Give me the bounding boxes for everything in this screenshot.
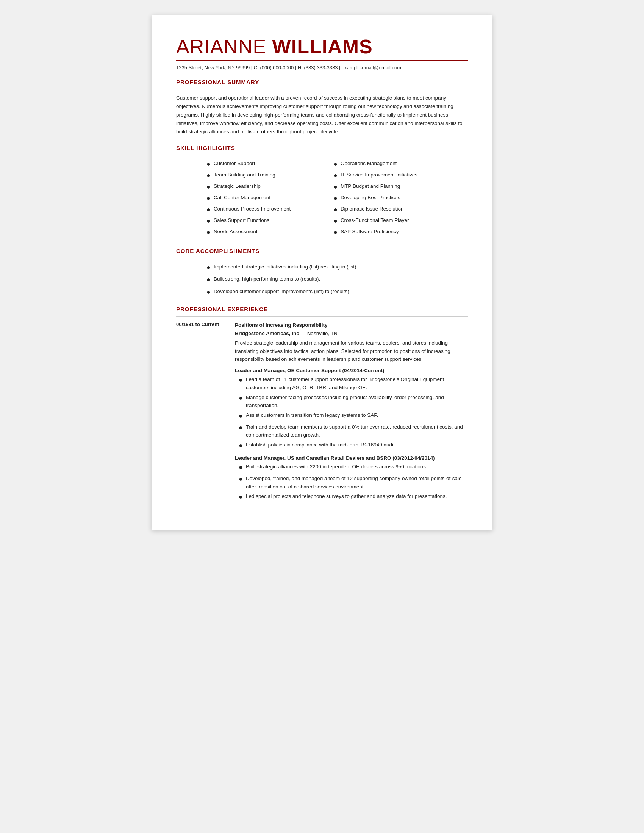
bullet-icon: ●	[239, 392, 243, 404]
sub-role-text: Train and develop team members to suppor…	[246, 423, 468, 439]
sub-role-text: Led special projects and telephone surve…	[246, 492, 447, 500]
professional-experience-title: PROFESSIONAL EXPERIENCE	[176, 306, 468, 312]
experience-entry: 06/1991 to CurrentPositions of Increasin…	[176, 321, 468, 504]
sub-role-text: Developed, trained, and managed a team o…	[246, 474, 468, 491]
last-name: WILLIAMS	[272, 35, 373, 58]
sub-role-item: ●Train and develop team members to suppo…	[239, 423, 468, 439]
bullet-icon: ●	[333, 182, 338, 192]
skill-label: Continuous Process Improvement	[214, 205, 291, 213]
skill-item: ●Call Center Management	[206, 194, 333, 203]
skill-item: ●Continuous Process Improvement	[206, 205, 333, 215]
skills-grid: ●Customer Support●Team Building and Trai…	[206, 160, 460, 239]
skill-item: ●Team Building and Training	[206, 171, 333, 181]
skill-label: Sales Support Functions	[214, 217, 269, 224]
bullet-icon: ●	[206, 274, 211, 285]
professional-summary-title: PROFESSIONAL SUMMARY	[176, 79, 468, 85]
sub-role-list: ●Built strategic alliances with 2200 ind…	[239, 463, 468, 502]
sub-role-list: ●Lead a team of 11 customer support prof…	[239, 375, 468, 450]
accomplishment-text: Built strong, high-performing teams to (…	[214, 275, 320, 283]
accomplishment-text: Implemented strategic initiatives includ…	[214, 263, 357, 271]
bullet-icon: ●	[206, 193, 211, 203]
job-date: 06/1991 to Current	[176, 321, 235, 504]
skill-item: ●Customer Support	[206, 160, 333, 169]
bullet-icon: ●	[206, 182, 211, 192]
bullet-icon: ●	[333, 193, 338, 203]
skill-item: ●Diplomatic Issue Resolution	[333, 205, 460, 215]
full-name: ARIANNE WILLIAMS	[176, 36, 468, 58]
professional-summary-section: PROFESSIONAL SUMMARY Customer support an…	[176, 79, 468, 136]
sub-role-item: ●Assist customers in transition from leg…	[239, 411, 468, 421]
skill-label: Cross-Functional Team Player	[341, 217, 409, 224]
skill-label: Diplomatic Issue Resolution	[341, 205, 404, 213]
sub-role-item: ●Built strategic alliances with 2200 ind…	[239, 463, 468, 473]
sub-role-title: Leader and Manager, US and Canadian Reta…	[235, 454, 468, 462]
skill-label: Customer Support	[214, 160, 255, 167]
bullet-icon: ●	[206, 262, 211, 273]
skill-label: Developing Best Practices	[341, 194, 401, 201]
skill-label: Call Center Management	[214, 194, 270, 201]
bullet-icon: ●	[239, 440, 243, 451]
skill-label: Team Building and Training	[214, 171, 275, 179]
skill-label: SAP Software Proficiency	[341, 228, 399, 235]
bullet-icon: ●	[333, 159, 338, 169]
skill-label: MTP Budget and Planning	[341, 182, 400, 190]
accomplishment-item: ●Developed customer support improvements…	[206, 287, 460, 298]
skill-item: ●IT Service Improvement Initiatives	[333, 171, 460, 181]
sub-role-text: Establish policies in compliance with th…	[246, 441, 396, 449]
skill-label: Operations Management	[341, 160, 397, 167]
accomplishments-divider	[176, 258, 468, 258]
bullet-icon: ●	[206, 204, 211, 215]
job-description: Provide strategic leadership and managem…	[235, 339, 468, 363]
header: ARIANNE WILLIAMS 1235 Street, New York, …	[176, 36, 468, 71]
bullet-icon: ●	[239, 492, 243, 502]
skill-item: ●MTP Budget and Planning	[333, 182, 460, 192]
bullet-icon: ●	[239, 375, 243, 386]
skill-label: Needs Assessment	[214, 228, 258, 235]
accomplishment-item: ●Built strong, high-performing teams to …	[206, 275, 460, 285]
accomplishments-list: ●Implemented strategic initiatives inclu…	[206, 263, 460, 298]
sub-role-text: Lead a team of 11 customer support profe…	[246, 375, 468, 391]
summary-text: Customer support and operational leader …	[176, 94, 468, 136]
job-content: Positions of Increasing ResponsibilityBr…	[235, 321, 468, 504]
sub-role-text: Assist customers in transition from lega…	[246, 411, 378, 420]
experience-entries: 06/1991 to CurrentPositions of Increasin…	[176, 321, 468, 504]
bullet-icon: ●	[333, 170, 338, 181]
skill-item: ●Strategic Leadership	[206, 182, 333, 192]
bullet-icon: ●	[206, 286, 211, 298]
core-accomplishments-section: CORE ACCOMPLISHMENTS ●Implemented strate…	[176, 248, 468, 298]
header-divider	[176, 60, 468, 61]
bullet-icon: ●	[206, 159, 211, 169]
skill-item: ●SAP Software Proficiency	[333, 228, 460, 237]
bullet-icon: ●	[239, 462, 243, 473]
bullet-icon: ●	[239, 410, 243, 421]
sub-role-text: Built strategic alliances with 2200 inde…	[246, 463, 427, 471]
skill-item: ●Cross-Functional Team Player	[333, 217, 460, 226]
skill-item: ●Needs Assessment	[206, 228, 333, 237]
sub-role-title: Leader and Manager, OE Customer Support …	[235, 367, 468, 375]
skill-label: Strategic Leadership	[214, 182, 261, 190]
sub-role-item: ●Led special projects and telephone surv…	[239, 492, 468, 502]
skill-item: ●Developing Best Practices	[333, 194, 460, 203]
experience-divider	[176, 316, 468, 317]
accomplishment-text: Developed customer support improvements …	[214, 287, 351, 296]
bullet-icon: ●	[239, 474, 243, 485]
sub-role-text: Manage customer-facing processes includi…	[246, 393, 468, 410]
professional-experience-section: PROFESSIONAL EXPERIENCE 06/1991 to Curre…	[176, 306, 468, 504]
accomplishment-item: ●Implemented strategic initiatives inclu…	[206, 263, 460, 273]
bullet-icon: ●	[333, 204, 338, 215]
sub-role-item: ●Manage customer-facing processes includ…	[239, 393, 468, 410]
bullet-icon: ●	[333, 216, 338, 226]
bullet-icon: ●	[206, 227, 211, 237]
resume-page: ARIANNE WILLIAMS 1235 Street, New York, …	[151, 15, 493, 531]
skill-item: ●Operations Management	[333, 160, 460, 169]
bullet-icon: ●	[206, 170, 211, 181]
skill-label: IT Service Improvement Initiatives	[341, 171, 417, 179]
sub-role-item: ●Developed, trained, and managed a team …	[239, 474, 468, 491]
sub-role-item: ●Lead a team of 11 customer support prof…	[239, 375, 468, 391]
first-name: ARIANNE	[176, 35, 272, 58]
bullet-icon: ●	[333, 227, 338, 237]
bullet-icon: ●	[239, 422, 243, 433]
job-title: Positions of Increasing Responsibility	[235, 321, 468, 330]
bullet-icon: ●	[206, 216, 211, 226]
skill-item: ●Sales Support Functions	[206, 217, 333, 226]
